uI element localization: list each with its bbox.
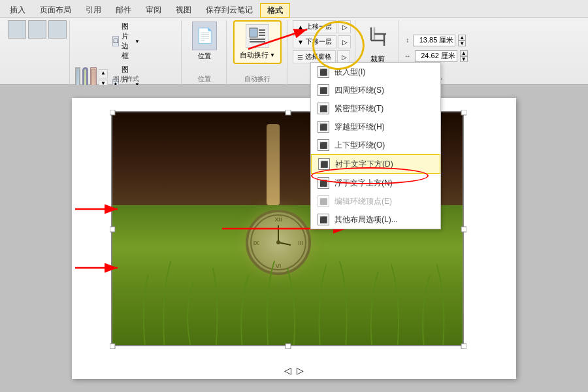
wrap-through-icon: ⬛ (318, 121, 329, 133)
align-btn[interactable]: ▷ (337, 50, 350, 63)
position-btn[interactable]: 📄 位置 (188, 20, 221, 61)
move-down-label: 下移一层 (306, 37, 332, 46)
wrap-dropdown-menu: ⬛ 嵌入型(I) ⬛ 四周型环绕(S) ⬛ 紧密型环绕(T) ⬛ 穿越型环绕(H… (310, 62, 441, 229)
pic-border-btn[interactable]: ☐ 图片边框 ▼ (110, 20, 142, 62)
ribbon-tabs: 插入 页面布局 引用 邮件 审阅 视图 保存到云笔记 格式 (0, 0, 588, 18)
arrange-row-2: ▼ 下移一层 ▷ (293, 35, 351, 48)
document-area: XII III VI IX (0, 85, 588, 392)
wrap-option-editpoints: ⬛ 编辑环绕顶点(E) (311, 192, 440, 210)
svg-rect-2 (250, 28, 257, 37)
tab-format[interactable]: 格式 (260, 3, 290, 18)
arrange-row-1: ▲ 上移一层 ▷ (293, 20, 351, 33)
select-icon: ☰ (297, 54, 303, 61)
wrap-behind-icon: ⬛ (318, 158, 330, 170)
group-adjust (3, 20, 70, 85)
auto-wrap-chevron: ▼ (270, 52, 275, 58)
tab-layout[interactable]: 页面布局 (33, 3, 78, 17)
adjust-btn-2[interactable] (28, 20, 46, 39)
wrap-option-behind[interactable]: ⬛ 衬于文字下方(D) (311, 154, 440, 174)
wrap-option-topbottom[interactable]: ⬛ 上下型环绕(O) (311, 136, 440, 154)
height-spinner: ▲ ▼ (458, 35, 466, 46)
height-input[interactable] (413, 35, 455, 46)
picstyle-group-label: 图片样式 (113, 74, 139, 84)
crop-icon (367, 22, 388, 54)
ribbon: 插入 页面布局 引用 邮件 审阅 视图 保存到云笔记 格式 (0, 0, 588, 85)
document-page: XII III VI IX (72, 98, 516, 379)
wrap-option-tight[interactable]: ⬛ 紧密型环绕(T) (311, 99, 440, 118)
height-row: ↕ ▲ ▼ (406, 35, 466, 46)
wrap-option-square[interactable]: ⬛ 四周型环绕(S) (311, 81, 440, 99)
wrap-inline-icon: ⬛ (318, 66, 329, 78)
tab-insert[interactable]: 插入 (3, 3, 33, 17)
adjust-btn-1[interactable] (8, 20, 26, 39)
tab-view[interactable]: 视图 (169, 3, 199, 17)
up-arrow-btn[interactable]: ▷ (338, 20, 351, 33)
move-up-label: 上移一层 (306, 22, 332, 31)
wrap-option-inline[interactable]: ⬛ 嵌入型(I) (311, 63, 440, 81)
width-spinner: ▲ ▼ (460, 50, 468, 62)
page-nav-right[interactable]: ▷ (297, 365, 304, 376)
wrap-square-icon: ⬛ (318, 84, 329, 96)
down-arrow-btn[interactable]: ▷ (338, 35, 351, 48)
group-position: 📄 位置 位置 (183, 20, 227, 85)
wrap-topbottom-icon: ⬛ (318, 139, 329, 151)
tab-mail[interactable]: 邮件 (108, 3, 139, 17)
move-down-btn[interactable]: ▼ 下移一层 (293, 35, 336, 48)
width-input[interactable] (415, 50, 457, 62)
width-row: ↔ ▲ ▼ (404, 50, 468, 62)
tab-review[interactable]: 审阅 (139, 3, 169, 17)
select-pane-btn[interactable]: ☰ 选择窗格 (293, 50, 336, 63)
up-icon: ▲ (297, 24, 304, 31)
arrange-row-3: ☰ 选择窗格 ▷ (293, 50, 350, 63)
picstyle-expand[interactable]: ▲ (99, 69, 108, 78)
auto-wrap-label: 自动换行 (240, 50, 269, 60)
wrap-option-through[interactable]: ⬛ 穿越型环绕(H) (311, 118, 440, 136)
wrap-option-infront[interactable]: ⬛ 浮于文字上方(N) (311, 174, 440, 192)
position-label: 位置 (198, 52, 211, 61)
pic-border-icon: ☐ (112, 36, 119, 46)
position-group-label: 位置 (198, 74, 211, 84)
wrap-infront-icon: ⬛ (318, 177, 329, 189)
pic-border-label: 图片边框 (122, 22, 132, 61)
down-icon: ▼ (297, 39, 304, 46)
group-picture-style: ▲ ▼ □ ☐ 图片边框 ▼ ✦ 图片效果 ▼ (71, 20, 182, 85)
width-up-btn[interactable]: ▲ (460, 50, 468, 56)
width-down-btn[interactable]: ▼ (460, 56, 468, 62)
height-down-btn[interactable]: ▼ (458, 41, 466, 46)
auto-wrap-group-label: 自动换行 (244, 74, 270, 84)
tab-cloud[interactable]: 保存到云笔记 (199, 3, 260, 17)
auto-wrap-button[interactable]: 自动换行 ▼ (233, 20, 282, 64)
wrap-option-moreoptions[interactable]: ⬛ 其他布局选项(L)... (311, 210, 440, 229)
auto-wrap-icon (246, 24, 269, 48)
select-pane-label: 选择窗格 (305, 52, 331, 61)
wrap-editpoints-icon: ⬛ (318, 195, 329, 207)
chevron-border: ▼ (135, 39, 140, 44)
wrap-moreoptions-icon: ⬛ (318, 214, 329, 225)
page-nav-left[interactable]: ◁ (284, 365, 291, 376)
ribbon-content: ▲ ▼ □ ☐ 图片边框 ▼ ✦ 图片效果 ▼ (0, 18, 588, 85)
move-up-btn[interactable]: ▲ 上移一层 (293, 20, 336, 33)
tab-reference[interactable]: 引用 (78, 3, 108, 17)
wrap-tight-icon: ⬛ (318, 103, 329, 114)
position-icon: 📄 (192, 22, 217, 50)
group-auto-wrap: 自动换行 ▼ 自动换行 (228, 20, 287, 85)
height-up-btn[interactable]: ▲ (458, 35, 466, 41)
clock-chain (267, 124, 280, 206)
adjust-btn-3[interactable] (48, 20, 67, 39)
